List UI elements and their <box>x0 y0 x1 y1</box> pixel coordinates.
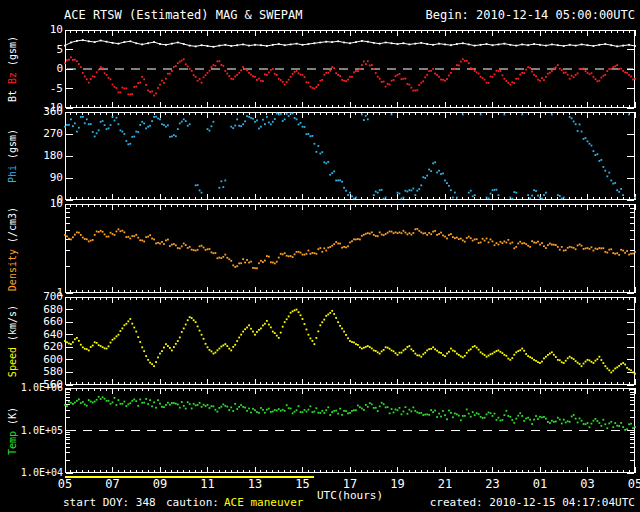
x-axis-tick-label: 13 <box>248 477 262 491</box>
bt-bz-axis-title-segment: Bz <box>7 72 18 84</box>
ace-rtsw-plot: ACE RTSW (Estimated) MAG & SWEPAM Begin:… <box>0 0 640 512</box>
x-axis-tick-label: 21 <box>438 477 452 491</box>
x-axis-tick-label: 19 <box>390 477 404 491</box>
temp-ytick-label: 1.0E+04 <box>19 467 63 479</box>
start-doy-label: start DOY: 348 <box>63 496 156 509</box>
speed-axis-title-segment: Speed <box>7 347 18 377</box>
phi-ytick-label: 360 <box>20 106 63 118</box>
speed-ytick-label: 660 <box>20 316 63 328</box>
phi-axis-title-segment: (gsm) <box>7 129 18 165</box>
speed-ytick-label: 640 <box>20 329 63 341</box>
speed-ytick-label: 580 <box>20 366 63 378</box>
created-timestamp: created: 2010-12-15 04:17:04UTC <box>430 496 635 509</box>
phi-axis-title: Phi (gsm) <box>7 129 18 183</box>
x-axis-tick-label: 23 <box>485 477 499 491</box>
temp-ytick-label: 1.0E+05 <box>19 425 63 437</box>
density-axis-title-segment: (/cm3) <box>7 206 18 248</box>
speed-ytick-label: 620 <box>20 341 63 353</box>
ace-maneuver-caution-bar <box>65 476 314 478</box>
density-axis-title-segment: Density <box>7 249 18 291</box>
temp-axis-title-segment: (K) <box>7 406 18 430</box>
speed-axis-title: Speed (km/s) <box>7 305 18 377</box>
x-axis-title: UTC(hours) <box>317 489 383 502</box>
phi-ytick-label: 90 <box>20 172 63 184</box>
x-axis-tick-label: 05 <box>628 477 640 491</box>
caution-value: ACE maneuver <box>224 496 303 509</box>
phi-axis-title-segment: Phi <box>7 165 18 183</box>
bt-bz-axis-title-segment: (gsm) <box>7 36 18 72</box>
bt-bz-ytick-label: 5 <box>20 44 63 56</box>
density-ytick-label: 10 <box>20 198 63 210</box>
temp-ytick-label: 1.0E+06 <box>19 382 63 394</box>
bt-bz-ytick-label: 10 <box>20 24 63 36</box>
temp-axis-title: Temp (K) <box>7 406 18 454</box>
speed-ytick-label: 680 <box>20 304 63 316</box>
x-axis-tick-label: 01 <box>533 477 547 491</box>
speed-axis-title-segment: (km/s) <box>7 305 18 347</box>
speed-ytick-label: 600 <box>20 354 63 366</box>
bt-bz-axis-title-segment: Bt <box>7 84 18 102</box>
plot-canvas <box>0 0 640 512</box>
x-axis-tick-label: 07 <box>105 477 119 491</box>
x-axis-tick-label: 05 <box>58 477 72 491</box>
bt-bz-ytick-label: -5 <box>20 83 63 95</box>
phi-ytick-label: 270 <box>20 128 63 140</box>
speed-ytick-label: 700 <box>20 291 63 303</box>
caution-label: caution: <box>166 496 219 509</box>
bt-bz-ytick-label: 0 <box>20 63 63 75</box>
bt-bz-axis-title: Bt Bz (gsm) <box>7 36 18 102</box>
x-axis-tick-label: 09 <box>153 477 167 491</box>
x-axis-tick-label: 03 <box>580 477 594 491</box>
x-axis-tick-label: 15 <box>295 477 309 491</box>
phi-ytick-label: 180 <box>20 150 63 162</box>
x-axis-tick-label: 11 <box>200 477 214 491</box>
temp-axis-title-segment: Temp <box>7 431 18 455</box>
density-axis-title: Density (/cm3) <box>7 206 18 290</box>
